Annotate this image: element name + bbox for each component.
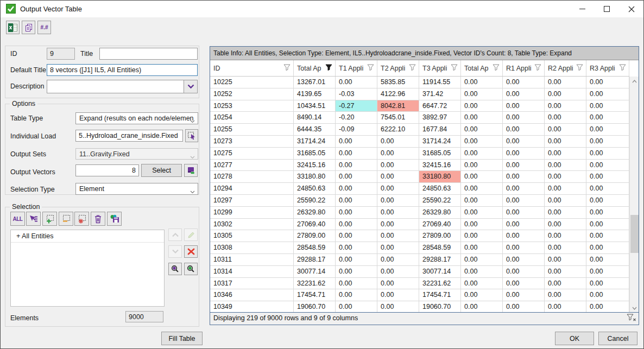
table-cell[interactable]: 10346	[210, 289, 294, 301]
table-row[interactable]: 1029926329.800.000.0026329.800.000.000.0…	[210, 207, 629, 219]
table-cell[interactable]: 0.00	[336, 230, 377, 242]
table-cell[interactable]: 10255	[210, 124, 294, 135]
table-cell[interactable]: 0.00	[545, 242, 586, 253]
table-cell[interactable]: 0.00	[336, 195, 377, 206]
table-cell[interactable]: 0.00	[336, 136, 377, 147]
scroll-down-button[interactable]	[630, 303, 639, 313]
table-cell[interactable]: 0.00	[586, 254, 629, 265]
table-row[interactable]: 1027531685.050.000.0031685.050.000.000.0…	[210, 148, 629, 160]
table-cell[interactable]: 10278	[210, 171, 294, 182]
table-cell[interactable]: 0.00	[545, 171, 586, 182]
table-cell[interactable]: 0.00	[461, 242, 503, 253]
table-cell[interactable]: 0.00	[503, 278, 545, 289]
table-cell[interactable]: 0.00	[545, 148, 586, 159]
filter-icon[interactable]	[451, 64, 458, 72]
column-header-7-r2-appli[interactable]: R2 Appli	[545, 60, 586, 76]
select-all-button[interactable]: ALL	[10, 212, 25, 226]
cancel-button[interactable]: Cancel	[598, 332, 637, 345]
table-cell[interactable]: 33180.80	[419, 171, 461, 182]
table-cell[interactable]: 32231.62	[294, 278, 336, 289]
table-cell[interactable]: 0.00	[461, 77, 503, 88]
table-cell[interactable]: 0.00	[545, 183, 586, 194]
table-cell[interactable]: 10297	[210, 195, 294, 206]
individual-load-picker-button[interactable]	[185, 129, 198, 142]
table-cell[interactable]: 10434.51	[294, 100, 336, 112]
move-down-button[interactable]	[168, 245, 182, 258]
table-row[interactable]: 102556444.35-0.096222.101677.840.000.000…	[210, 124, 629, 136]
table-cell[interactable]: 0.00	[586, 88, 629, 100]
table-cell[interactable]: 0.00	[461, 124, 503, 135]
table-cell[interactable]: 0.00	[336, 242, 377, 253]
table-cell[interactable]: 32415.16	[294, 160, 336, 171]
table-cell[interactable]: 0.00	[461, 195, 503, 206]
table-row[interactable]: 102548490.14-0.207545.013892.970.000.000…	[210, 112, 629, 124]
save-selection-button[interactable]	[107, 212, 122, 226]
table-cell[interactable]: 10254	[210, 112, 294, 123]
table-cell[interactable]: 0.00	[377, 230, 419, 242]
zoom-preview-button[interactable]	[168, 263, 182, 275]
table-cell[interactable]: 0.00	[461, 88, 503, 100]
individual-load-field[interactable]	[75, 130, 183, 142]
table-row[interactable]: 1030527809.000.000.0027809.000.000.000.0…	[210, 230, 629, 242]
maximize-button[interactable]	[595, 1, 619, 17]
table-row[interactable]: 1031129288.170.000.0029288.170.000.000.0…	[210, 254, 629, 266]
table-cell[interactable]: 0.00	[503, 183, 545, 194]
edit-item-button[interactable]	[184, 229, 198, 241]
number-format-button[interactable]: #.#	[37, 21, 51, 34]
table-row[interactable]: 1027833180.800.000.0033180.800.000.000.0…	[210, 171, 629, 183]
ok-button[interactable]: OK	[555, 332, 594, 345]
table-row[interactable]: 1030227069.400.000.0027069.400.000.000.0…	[210, 219, 629, 231]
table-cell[interactable]: 0.00	[586, 112, 629, 123]
table-cell[interactable]: 0.00	[545, 77, 586, 88]
exclude-selection-button[interactable]	[74, 212, 89, 226]
table-cell[interactable]: 24850.63	[419, 183, 461, 194]
table-cell[interactable]: 10225	[210, 77, 294, 88]
table-cell[interactable]: 26329.80	[419, 207, 461, 218]
table-cell[interactable]: 0.00	[503, 100, 545, 112]
table-cell[interactable]: 11914.55	[419, 77, 461, 88]
table-cell[interactable]: 0.00	[586, 124, 629, 135]
table-cell[interactable]: 0.00	[336, 207, 377, 218]
table-cell[interactable]: 0.00	[545, 289, 586, 301]
table-cell[interactable]: 0.00	[586, 266, 629, 277]
table-cell[interactable]: 10277	[210, 160, 294, 171]
table-cell[interactable]: 0.00	[336, 289, 377, 301]
table-cell[interactable]: 27069.40	[294, 219, 336, 230]
table-cell[interactable]: 0.00	[377, 183, 419, 194]
table-cell[interactable]: 0.00	[461, 289, 503, 301]
table-cell[interactable]: 27069.40	[419, 219, 461, 230]
table-cell[interactable]: 0.00	[586, 230, 629, 242]
table-cell[interactable]: 10294	[210, 183, 294, 194]
table-cell[interactable]: 0.00	[336, 254, 377, 265]
table-cell[interactable]: 31685.05	[294, 148, 336, 159]
table-cell[interactable]: 0.00	[461, 136, 503, 147]
title-field[interactable]	[99, 48, 198, 60]
filter-icon[interactable]	[534, 64, 541, 72]
table-cell[interactable]: 32231.62	[419, 278, 461, 289]
table-cell[interactable]: 8042.81	[377, 100, 419, 112]
clear-filter-icon[interactable]	[627, 314, 636, 326]
table-cell[interactable]: 0.00	[336, 219, 377, 230]
table-cell[interactable]: 29288.17	[419, 254, 461, 265]
column-header-8-r3-appli[interactable]: R3 Appli	[586, 60, 629, 76]
table-cell[interactable]: 0.00	[336, 301, 377, 313]
table-cell[interactable]: 7545.01	[377, 112, 419, 123]
table-cell[interactable]: 0.00	[336, 148, 377, 159]
table-cell[interactable]: 10252	[210, 88, 294, 100]
table-row[interactable]: 1031732231.620.000.0032231.620.000.000.0…	[210, 278, 629, 290]
table-cell[interactable]: 25590.22	[294, 195, 336, 206]
table-cell[interactable]: 0.00	[586, 301, 629, 313]
table-cell[interactable]: 0.00	[545, 219, 586, 230]
table-cell[interactable]: 0.00	[461, 100, 503, 112]
table-cell[interactable]: 371.42	[419, 88, 461, 100]
table-cell[interactable]: 27809.00	[294, 230, 336, 242]
scrollbar-thumb[interactable]	[630, 215, 639, 253]
vector-library-button[interactable]	[184, 164, 198, 177]
table-cell[interactable]: 26329.80	[294, 207, 336, 218]
table-cell[interactable]: 0.00	[545, 266, 586, 277]
column-header-0-id[interactable]: ID	[210, 60, 294, 76]
filter-icon[interactable]	[576, 64, 583, 72]
output-sets-dropdown[interactable]: 11..Gravity.Fixed	[75, 148, 198, 160]
table-cell[interactable]: 29288.17	[294, 254, 336, 265]
table-cell[interactable]: 10349	[210, 301, 294, 313]
